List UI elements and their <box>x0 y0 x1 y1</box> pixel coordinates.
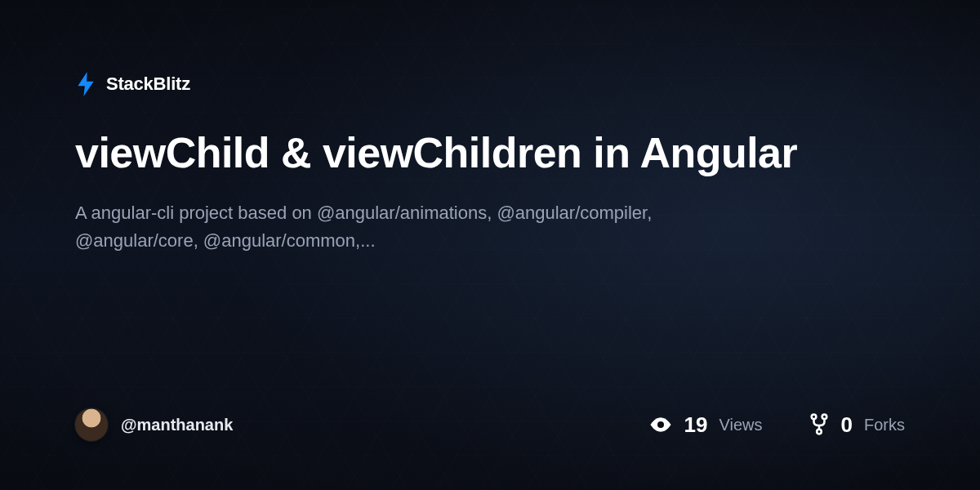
project-title: viewChild & viewChildren in Angular <box>75 129 810 176</box>
svg-point-1 <box>811 415 816 420</box>
forks-label: Forks <box>864 416 905 434</box>
forks-stat: 0 Forks <box>808 412 905 438</box>
views-count: 19 <box>684 412 708 438</box>
eye-icon <box>648 412 673 437</box>
svg-point-3 <box>817 430 822 434</box>
author-block[interactable]: @manthanank <box>75 408 233 441</box>
author-handle: @manthanank <box>121 416 233 434</box>
brand-row: StackBlitz <box>75 72 905 96</box>
stats-block: 19 Views 0 Forks <box>648 412 905 438</box>
avatar <box>75 408 108 441</box>
views-stat: 19 Views <box>648 412 763 438</box>
svg-point-0 <box>657 421 664 428</box>
project-description: A angular-cli project based on @angular/… <box>75 199 696 255</box>
brand-name: StackBlitz <box>106 74 190 95</box>
bolt-icon <box>75 72 96 96</box>
views-label: Views <box>719 416 763 434</box>
footer-row: @manthanank 19 Views <box>75 408 905 441</box>
fork-icon <box>808 413 830 436</box>
project-card: StackBlitz viewChild & viewChildren in A… <box>0 0 980 490</box>
forks-count: 0 <box>841 412 853 438</box>
svg-point-2 <box>822 415 826 420</box>
